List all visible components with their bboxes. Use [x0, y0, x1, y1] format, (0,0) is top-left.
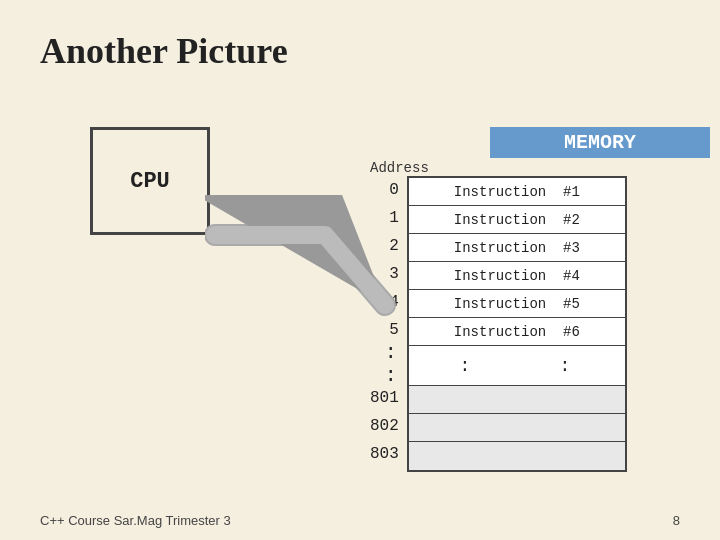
addr-802: 802	[370, 412, 403, 440]
footer-left: C++ Course Sar.Mag Trimester 3	[40, 513, 231, 528]
mem-cell-3: Instruction #4	[409, 262, 625, 290]
memory-header: MEMORY	[490, 127, 710, 158]
slide: Another Picture CPU MEMORY Ad	[0, 0, 720, 540]
addr-801: 801	[370, 384, 403, 412]
mem-cell-0: Instruction #1	[409, 178, 625, 206]
mem-cell-dots: : :	[409, 346, 625, 386]
mem-cell-803	[409, 442, 625, 470]
memory-table: 0 1 2 3 4 5 :: 801 802 803 Instruction #…	[370, 176, 710, 472]
cpu-arrow	[205, 195, 405, 355]
page-title: Another Picture	[40, 30, 680, 72]
memory-section: MEMORY Address 0 1 2 3 4 5 :: 801 802 80…	[370, 127, 710, 472]
mem-cell-2: Instruction #3	[409, 234, 625, 262]
footer-right: 8	[673, 513, 680, 528]
mem-cell-4: Instruction #5	[409, 290, 625, 318]
mem-cell-1: Instruction #2	[409, 206, 625, 234]
cpu-box: CPU	[90, 127, 210, 235]
footer: C++ Course Sar.Mag Trimester 3 8	[0, 513, 720, 528]
mem-cell-801	[409, 386, 625, 414]
cpu-label: CPU	[130, 169, 170, 194]
mem-cell-5: Instruction #6	[409, 318, 625, 346]
mem-cell-802	[409, 414, 625, 442]
addr-803: 803	[370, 440, 403, 468]
memory-cells: Instruction #1 Instruction #2 Instructio…	[407, 176, 627, 472]
address-label: Address	[370, 160, 710, 176]
